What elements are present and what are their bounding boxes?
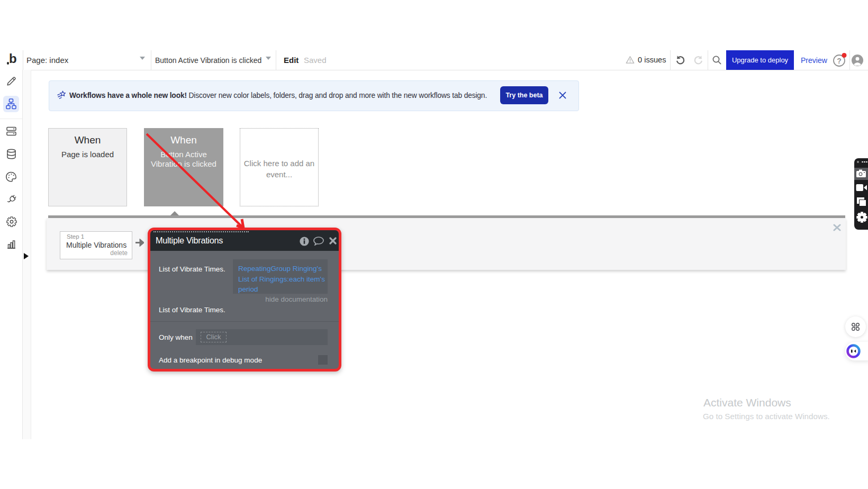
svg-text:?: ? [837, 57, 842, 65]
